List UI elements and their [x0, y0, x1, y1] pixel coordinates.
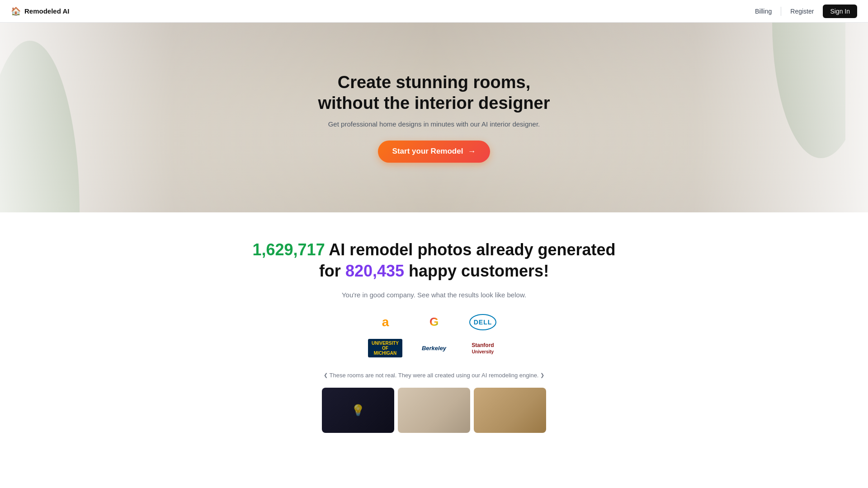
hero-title-line2: without the interior designer [318, 94, 550, 113]
hero-subtitle: Get professional home designs in minutes… [318, 120, 550, 128]
hero-title-line1: Create stunning rooms, [338, 73, 531, 92]
brand-logo[interactable]: 🏠 Remodeled AI [11, 6, 69, 16]
stats-text-customers: happy customers! [409, 262, 549, 280]
hero-content: Create stunning rooms, without the inter… [309, 72, 559, 162]
michigan-logo: UNIVERSITYOFMICHIGAN [367, 338, 403, 358]
house-icon: 🏠 [11, 6, 21, 16]
logos-grid: a G DELL UNIVERSITYOFMICHIGAN Berkeley S… [9, 312, 859, 358]
preview-card-1 [322, 388, 394, 433]
disclaimer: ❮ These rooms are not real. They were al… [9, 372, 859, 379]
logos-row-1: a G DELL [367, 312, 501, 332]
arrow-icon: → [467, 147, 476, 156]
preview-strip [9, 388, 859, 433]
sign-in-button[interactable]: Sign In [823, 5, 857, 18]
google-logo: G [416, 312, 452, 332]
brand-name: Remodeled AI [24, 7, 69, 15]
stats-section: 1,629,717 AI remodel photos already gene… [0, 212, 868, 446]
stats-text-for: for [319, 262, 341, 280]
dell-logo: DELL [465, 312, 501, 332]
preview-card-2 [398, 388, 470, 433]
register-link[interactable]: Register [785, 5, 819, 18]
chevron-right-icon: ❯ [540, 372, 544, 378]
nav-divider [781, 7, 781, 16]
preview-card-3 [474, 388, 546, 433]
stats-text-ai: AI remodel photos already generated [329, 240, 615, 259]
hero-title: Create stunning rooms, without the inter… [318, 72, 550, 113]
photo-count: 1,629,717 [253, 240, 325, 259]
stanford-logo: StanfordUniversity [465, 338, 501, 358]
disclaimer-text: These rooms are not real. They were all … [330, 372, 539, 379]
hero-cta-button[interactable]: Start your Remodel → [378, 141, 491, 163]
stats-headline: 1,629,717 AI remodel photos already gene… [9, 239, 859, 282]
billing-link[interactable]: Billing [750, 5, 777, 18]
logos-row-2: UNIVERSITYOFMICHIGAN Berkeley StanfordUn… [367, 338, 501, 358]
hero-cta-label: Start your Remodel [392, 147, 463, 156]
chevron-left-icon: ❮ [324, 372, 328, 378]
hero-section: Create stunning rooms, without the inter… [0, 23, 868, 212]
amazon-logo: a [367, 312, 403, 332]
navbar: 🏠 Remodeled AI Billing Register Sign In [0, 0, 868, 23]
navbar-right: Billing Register Sign In [750, 5, 857, 18]
stats-subtext: You're in good company. See what the res… [9, 291, 859, 299]
customer-count: 820,435 [345, 262, 404, 280]
berkeley-logo: Berkeley [416, 338, 452, 358]
